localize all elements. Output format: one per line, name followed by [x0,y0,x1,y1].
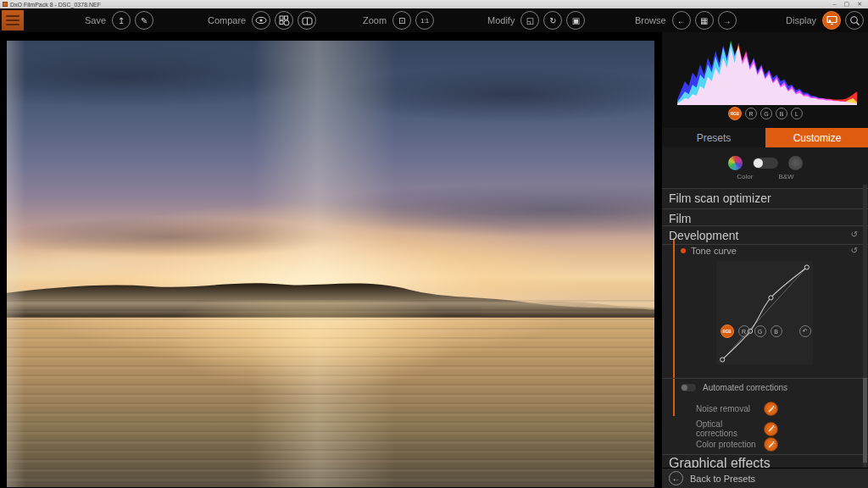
minimize-button[interactable]: – [833,1,837,8]
histogram-rgb-button[interactable]: RGB [728,107,742,120]
curve-g-button[interactable]: G [754,325,766,337]
color-protection-wand-button[interactable] [764,437,778,452]
rotate-90-icon: ↻ [549,16,556,25]
noise-removal-label: Noise removal [696,404,757,413]
display-loupe-button[interactable] [845,11,864,30]
modify-label: Modify [487,15,515,25]
crop-icon: ◱ [526,16,534,25]
section-development[interactable]: Development [669,229,739,242]
grid-clock-icon [279,15,290,26]
bw-mode-icon[interactable] [788,156,803,170]
bw-mode-label: B&W [778,173,793,180]
noise-removal-wand-button[interactable] [764,402,778,416]
tab-presets[interactable]: Presets [662,128,765,147]
back-to-presets-label: Back to Presets [690,474,755,484]
curve-undo-button[interactable]: ↶ [799,325,811,337]
tone-curve-chart[interactable] [713,258,816,368]
mode-toggle-zone: Color B&W [662,147,868,188]
edit-icon: ✎ [141,16,147,25]
browse-prev-button[interactable]: ← [672,11,691,30]
loupe-icon [849,15,860,26]
back-arrow-button[interactable]: ← [669,471,683,485]
photo-canvas[interactable] [7,41,654,487]
monitor-icon [826,15,837,25]
compare-label: Compare [208,15,246,25]
tone-curve-channel-buttons: RGB R G B ↶ [662,324,868,338]
magic-wand-icon [767,424,776,433]
rotate-button[interactable]: ↻ [543,11,562,30]
automated-corrections-label: Automated corrections [703,383,787,392]
browse-grid-button[interactable]: ▦ [695,11,714,30]
optical-corrections-row: Optical corrections [696,419,778,438]
app-window: DxO FilmPack 8 - DSC_0378.NEF – ▢ ✕ Save… [0,0,868,488]
window-title: DxO FilmPack 8 - DSC_0378.NEF [10,2,101,8]
compare-group: Compare [208,8,316,32]
tone-curve-reset-icon[interactable]: ↺ [851,246,858,255]
active-correction-dot [681,248,686,253]
title-bar: DxO FilmPack 8 - DSC_0378.NEF – ▢ ✕ [0,0,868,8]
close-button[interactable]: ✕ [857,1,862,8]
arrow-right-icon: → [723,16,732,25]
save-export-button[interactable]: ↥ [112,11,131,30]
frame-button[interactable]: ▣ [566,11,585,30]
save-label: Save [85,15,106,25]
eye-icon [255,16,267,25]
zoom-label: Zoom [363,15,387,25]
optical-corrections-wand-button[interactable] [764,422,778,436]
curve-r-button[interactable]: R [738,325,750,337]
color-protection-row: Color protection [696,437,778,452]
display-panel-button[interactable] [822,11,841,30]
zoom-one-to-one-button[interactable]: 1:1 [415,11,434,30]
noise-removal-row: Noise removal [696,402,778,416]
arrow-left-icon: ← [677,16,686,25]
color-protection-label: Color protection [696,440,757,449]
histogram-b-button[interactable]: B [776,108,787,119]
frame-icon: ▣ [572,16,580,25]
zoom-fit-button[interactable]: ⊡ [392,11,411,30]
section-film-scan-optimizer[interactable]: Film scan optimizer [669,191,771,205]
histogram-r-button[interactable]: R [745,108,757,119]
panel-scrollbar-thumb[interactable] [863,378,867,463]
compare-side-by-side-button[interactable] [275,11,293,30]
histogram-channel-buttons: RGB R G B L [662,107,868,120]
color-mode-icon[interactable] [728,156,743,170]
back-to-presets-bar[interactable]: ← Back to Presets [662,468,868,488]
optical-corrections-label: Optical corrections [696,419,757,438]
thumbnails-grid-icon: ▦ [700,16,708,25]
curve-b-button[interactable]: B [771,325,782,337]
maximize-button[interactable]: ▢ [844,1,850,8]
display-label: Display [786,15,816,25]
histogram-l-button[interactable]: L [791,108,803,119]
compare-split-button[interactable] [298,11,316,30]
photo-vignette [7,41,654,487]
panel-tabs: Presets Customize [662,128,868,147]
tone-curve-label: Tone curve [691,246,737,256]
menu-button[interactable] [2,10,24,30]
magic-wand-icon [767,441,776,449]
export-icon: ↥ [118,16,125,25]
zoom-group: Zoom ⊡ 1:1 [363,8,434,32]
section-film[interactable]: Film [669,212,691,225]
modify-group: Modify ◱ ↻ ▣ [487,8,585,32]
automated-corrections-row: Automated corrections [681,383,787,392]
curve-rgb-button[interactable]: RGB [721,324,734,338]
fit-screen-icon: ⊡ [398,16,405,25]
histogram-g-button[interactable]: G [760,108,772,119]
save-edit-button[interactable]: ✎ [135,11,153,30]
tone-curve-row[interactable]: Tone curve [681,246,737,256]
color-mode-label: Color [737,173,753,180]
split-view-icon [302,16,313,25]
toggle-knob [754,158,763,168]
crop-button[interactable]: ◱ [520,11,539,30]
save-group: Save ↥ ✎ [85,8,153,32]
display-group: Display [786,8,868,32]
color-bw-toggle[interactable] [753,158,778,169]
image-viewer [0,32,661,488]
automated-corrections-toggle[interactable] [681,384,696,391]
browse-next-button[interactable]: → [718,11,737,30]
development-reset-icon[interactable]: ↺ [851,230,858,239]
compare-preview-button[interactable] [252,11,270,30]
main-toolbar: Save ↥ ✎ Compare [0,8,868,32]
histogram-chart [677,36,857,105]
tab-customize[interactable]: Customize [765,128,868,147]
